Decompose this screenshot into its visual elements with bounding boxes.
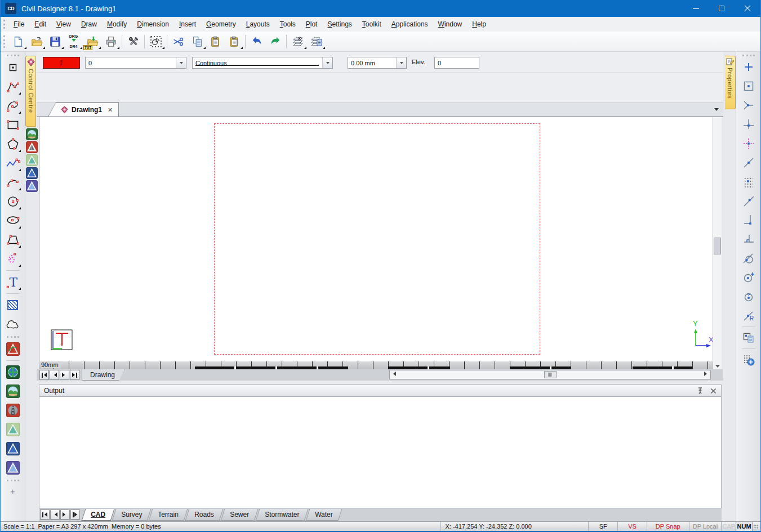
copy-button[interactable]	[188, 33, 206, 50]
output-panel-body[interactable]	[39, 397, 722, 508]
layer-combo-dropdown-icon[interactable]	[176, 57, 186, 68]
tangent-snap-button[interactable]	[740, 250, 757, 267]
maximize-button[interactable]	[709, 0, 735, 17]
scroll-right-button[interactable]	[704, 372, 709, 376]
module-tab-terrain[interactable]: Terrain	[149, 509, 188, 521]
ellipse-tool-button[interactable]	[4, 212, 22, 230]
toggle-dp-snap[interactable]: DP Snap	[647, 522, 689, 531]
paste-button[interactable]	[206, 33, 225, 50]
menu-dimension[interactable]: Dimension	[132, 17, 174, 32]
water-module-mini-icon[interactable]	[26, 180, 38, 192]
polyline-tool-button[interactable]	[4, 78, 22, 96]
toolbar-grip[interactable]	[3, 35, 5, 48]
menubar-grip[interactable]	[3, 20, 5, 29]
menu-help[interactable]: Help	[467, 17, 491, 32]
module-tab-sewer[interactable]: Sewer	[220, 509, 258, 521]
menu-layouts[interactable]: Layouts	[241, 17, 275, 32]
properties-tab[interactable]: Properties	[725, 56, 736, 109]
menu-toolkit[interactable]: Toolkit	[357, 17, 386, 32]
open-drawing-button[interactable]	[27, 33, 46, 50]
circle-tool-button[interactable]	[4, 193, 22, 211]
end-of-entity-snap-button[interactable]	[740, 212, 757, 229]
drawing-sheet-tab[interactable]: Drawing	[82, 369, 124, 381]
lineweight-combo[interactable]: 0.00 mm	[348, 57, 407, 69]
transform-entities-button[interactable]	[146, 33, 165, 50]
perpendicular-snap-button[interactable]	[740, 231, 757, 248]
nearest-snap-button[interactable]	[740, 193, 757, 209]
add-toolbar-button[interactable]: +	[5, 485, 21, 497]
menu-tools[interactable]: Tools	[275, 17, 301, 32]
minimize-button[interactable]	[683, 0, 709, 17]
menu-geometry[interactable]: Geometry	[201, 17, 241, 32]
tab-list-dropdown-icon[interactable]	[714, 108, 719, 113]
menu-insert[interactable]: Insert	[174, 17, 201, 32]
horizontal-scrollbar[interactable]	[389, 370, 711, 379]
next-module-button[interactable]	[60, 509, 70, 520]
menu-settings[interactable]: Settings	[322, 17, 357, 32]
menu-plot[interactable]: Plot	[301, 17, 323, 32]
layer-settings-button[interactable]	[307, 33, 326, 50]
endpoint-snap-button[interactable]	[740, 97, 757, 114]
menu-modify[interactable]: Modify	[102, 17, 132, 32]
free-snap-button[interactable]	[740, 59, 757, 75]
arc-tool-button[interactable]	[4, 173, 22, 191]
radius-snap-button[interactable]: R	[740, 307, 757, 324]
toggle-vs[interactable]: VS	[617, 522, 647, 531]
menu-applications[interactable]: Applications	[386, 17, 433, 32]
resize-grip[interactable]	[753, 522, 760, 531]
draw-toolbar-grip[interactable]	[7, 55, 19, 56]
terrain-module-mini-icon[interactable]	[26, 128, 38, 140]
previous-sheet-button[interactable]	[50, 370, 59, 380]
roads-module-mini-icon[interactable]	[26, 141, 38, 153]
toggle-num-lock[interactable]: NUM	[736, 522, 753, 531]
menu-file[interactable]: File	[8, 17, 29, 32]
water-module-button[interactable]	[4, 459, 22, 477]
entity-snap-button[interactable]	[740, 329, 757, 346]
menu-draw[interactable]: Draw	[76, 17, 102, 32]
vertical-scrollbar-thumb[interactable]	[714, 238, 721, 254]
linetype-combo[interactable]: Continuous	[192, 57, 333, 69]
new-drawing-button[interactable]	[8, 33, 27, 50]
customize-tools-button[interactable]	[124, 33, 143, 50]
lineweight-combo-dropdown-icon[interactable]	[396, 57, 406, 68]
rectangle-tool-button[interactable]	[4, 116, 22, 134]
hatch-tool-button[interactable]	[4, 296, 22, 314]
menu-edit[interactable]: Edit	[29, 17, 51, 32]
pin-panel-icon[interactable]	[697, 387, 704, 395]
scroll-left-button[interactable]	[391, 372, 396, 376]
multiline-tool-button[interactable]	[4, 154, 22, 172]
toolbar-bottom-grip[interactable]	[7, 480, 19, 481]
last-module-button[interactable]	[70, 509, 80, 520]
paste-special-button[interactable]	[225, 33, 243, 50]
terrain-module-button[interactable]	[4, 382, 22, 400]
document-tab-close-icon[interactable]: ✕	[108, 106, 113, 114]
module-tab-roads[interactable]: Roads	[185, 509, 224, 521]
sewer-module-mini-icon[interactable]	[26, 154, 38, 166]
module-tab-water[interactable]: Water	[306, 509, 342, 521]
freehand-tool-button[interactable]	[4, 250, 22, 268]
text-tool-button[interactable]: T	[4, 273, 22, 291]
spline-tool-button[interactable]	[4, 97, 22, 115]
stormwater-module-button[interactable]	[4, 440, 22, 458]
sewer-module-button[interactable]	[4, 421, 22, 439]
elevation-input[interactable]: 0	[434, 57, 479, 69]
layer-combo[interactable]: 0	[85, 57, 186, 69]
undo-button[interactable]	[247, 33, 266, 50]
cloud-tool-button[interactable]	[4, 315, 22, 333]
module-tab-cad[interactable]: CAD	[82, 509, 115, 521]
cut-button[interactable]	[169, 33, 188, 50]
toggle-sf[interactable]: SF	[588, 522, 617, 531]
convert-drg-dr4-button[interactable]: DRGDR4	[64, 33, 83, 50]
print-button[interactable]	[101, 33, 120, 50]
stormwater-module-mini-icon[interactable]	[26, 167, 38, 179]
import-text-file-button[interactable]: TXT	[83, 33, 101, 50]
next-sheet-button[interactable]	[60, 370, 69, 380]
module-toolbar-grip[interactable]	[7, 336, 19, 338]
module-tab-stormwater[interactable]: Stormwater	[255, 509, 308, 521]
snap-toolbar-grip[interactable]	[742, 55, 755, 56]
vertical-scrollbar[interactable]	[713, 117, 722, 370]
intersection-snap-button[interactable]	[740, 116, 757, 133]
layer-display-button[interactable]	[288, 33, 307, 50]
toggle-caps-lock[interactable]: CAP	[721, 522, 736, 531]
centre-point-snap-button[interactable]	[740, 288, 757, 305]
